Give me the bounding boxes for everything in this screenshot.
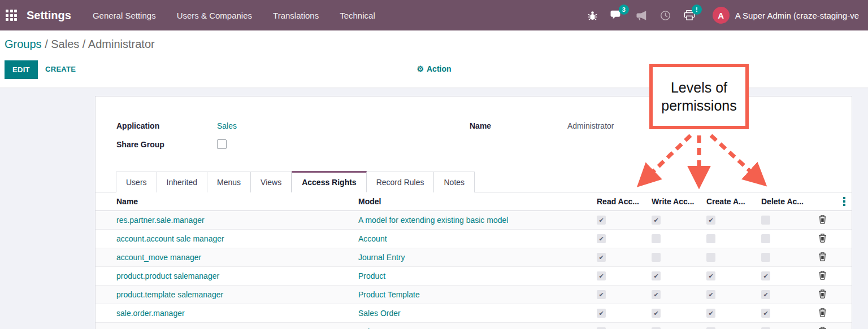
row-model-link[interactable]: Product bbox=[358, 271, 385, 280]
row-model-link[interactable]: Product Template bbox=[358, 290, 420, 299]
read-access-checkbox[interactable]: ✔ bbox=[597, 234, 606, 243]
nav-item-general-settings[interactable]: General Settings bbox=[93, 11, 156, 20]
delete-row-trash-icon[interactable] bbox=[818, 252, 827, 264]
row-name-link[interactable]: res.partner.sale.manager bbox=[116, 216, 205, 225]
delete-row-trash-icon[interactable] bbox=[818, 308, 827, 319]
write-access-checkbox[interactable]: ✔ bbox=[652, 309, 661, 318]
breadcrumb-trail: / Sales / Administrator bbox=[42, 38, 155, 50]
create-access-checkbox[interactable]: ✔ bbox=[706, 271, 715, 280]
group-form-card: Application Sales Share Group Name Admin… bbox=[95, 96, 852, 329]
systray: 3 ! A bbox=[575, 7, 859, 24]
read-access-checkbox[interactable]: ✔ bbox=[597, 290, 606, 299]
row-model-link[interactable]: Sales Order bbox=[358, 309, 401, 318]
name-value: Administrator bbox=[567, 121, 614, 130]
action-button[interactable]: ⚙ Action bbox=[416, 64, 451, 73]
table-row[interactable]: account.account sale managerAccount✔ bbox=[96, 230, 852, 248]
write-access-checkbox[interactable]: ✔ bbox=[652, 271, 661, 280]
delete-access-checkbox[interactable] bbox=[761, 253, 770, 262]
delete-row-trash-icon[interactable] bbox=[818, 270, 827, 282]
create-access-checkbox[interactable]: ✔ bbox=[706, 216, 715, 225]
row-name-link[interactable]: account.account sale manager bbox=[116, 234, 224, 243]
action-label: Action bbox=[427, 64, 452, 73]
share-group-checkbox[interactable] bbox=[217, 139, 227, 149]
table-row[interactable]: res.partner.sale.managerA model for exte… bbox=[96, 211, 852, 230]
col-header-delete[interactable]: Delete Ac... bbox=[753, 197, 808, 206]
breadcrumb: Groups / Sales / Administrator bbox=[5, 38, 155, 51]
col-header-name[interactable]: Name bbox=[96, 197, 358, 206]
notebook-tabs: UsersInheritedMenusViewsAccess RightsRec… bbox=[96, 171, 852, 192]
delete-access-checkbox[interactable]: ✔ bbox=[761, 309, 770, 318]
nav-item-technical[interactable]: Technical bbox=[340, 11, 375, 20]
col-header-create[interactable]: Create A... bbox=[698, 197, 753, 206]
delete-row-trash-icon[interactable] bbox=[818, 326, 827, 329]
create-access-checkbox[interactable] bbox=[706, 253, 715, 262]
tab-menus[interactable]: Menus bbox=[207, 172, 251, 192]
tab-views[interactable]: Views bbox=[251, 172, 292, 192]
col-header-model[interactable]: Model bbox=[358, 197, 588, 206]
gear-icon: ⚙ bbox=[416, 64, 424, 73]
create-access-checkbox[interactable] bbox=[706, 234, 715, 243]
delete-access-checkbox[interactable] bbox=[761, 216, 770, 225]
tab-inherited[interactable]: Inherited bbox=[157, 172, 207, 192]
tab-access-rights[interactable]: Access Rights bbox=[292, 171, 366, 192]
table-body: res.partner.sale.managerA model for exte… bbox=[96, 211, 852, 329]
delete-access-checkbox[interactable]: ✔ bbox=[761, 271, 770, 280]
page: Settings General SettingsUsers & Compani… bbox=[0, 0, 868, 329]
app-title[interactable]: Settings bbox=[27, 9, 71, 22]
row-model-link[interactable]: Account bbox=[358, 234, 387, 243]
create-access-checkbox[interactable]: ✔ bbox=[706, 290, 715, 299]
table-row[interactable]: product.product salemanagerProduct✔✔✔✔ bbox=[96, 267, 852, 286]
col-header-write[interactable]: Write Acc... bbox=[643, 197, 698, 206]
create-button[interactable]: CREATE bbox=[45, 65, 76, 73]
application-label: Application bbox=[116, 121, 159, 130]
table-row[interactable]: sale.order.managerSales Order✔✔✔✔ bbox=[96, 304, 852, 323]
name-label: Name bbox=[470, 121, 491, 130]
table-row[interactable]: account_move managerJournal Entry✔ bbox=[96, 248, 852, 267]
col-header-read[interactable]: Read Acc... bbox=[588, 197, 643, 206]
read-access-checkbox[interactable]: ✔ bbox=[597, 271, 606, 280]
delete-row-trash-icon[interactable] bbox=[818, 289, 827, 301]
tab-users[interactable]: Users bbox=[116, 172, 157, 192]
read-access-checkbox[interactable]: ✔ bbox=[597, 253, 606, 262]
nav-item-users-companies[interactable]: Users & Companies bbox=[177, 11, 252, 20]
share-group-label: Share Group bbox=[116, 140, 164, 149]
table-header-row: Name Model Read Acc... Write Acc... Crea… bbox=[96, 192, 852, 211]
delete-row-trash-icon[interactable] bbox=[818, 233, 827, 245]
table-row[interactable]: crm.team managerSales Team✔✔✔✔ bbox=[96, 323, 852, 329]
row-model-link[interactable]: A model for extending existing basic mod… bbox=[358, 216, 508, 225]
announcement-icon[interactable] bbox=[635, 10, 648, 21]
row-model-link[interactable]: Journal Entry bbox=[358, 253, 405, 262]
row-name-link[interactable]: product.product salemanager bbox=[116, 271, 219, 280]
table-row[interactable]: product.template salemanagerProduct Temp… bbox=[96, 286, 852, 304]
delete-access-checkbox[interactable]: ✔ bbox=[761, 290, 770, 299]
messages-icon[interactable]: 3 bbox=[610, 10, 623, 21]
optional-columns-icon[interactable] bbox=[843, 197, 845, 206]
delete-access-checkbox[interactable] bbox=[761, 234, 770, 243]
tab-notes[interactable]: Notes bbox=[434, 172, 475, 192]
write-access-checkbox[interactable]: ✔ bbox=[652, 290, 661, 299]
messages-badge: 3 bbox=[619, 5, 629, 15]
write-access-checkbox[interactable]: ✔ bbox=[652, 216, 661, 225]
bug-icon[interactable] bbox=[587, 10, 598, 21]
activities-clock-icon[interactable] bbox=[660, 10, 671, 21]
breadcrumb-groups-link[interactable]: Groups bbox=[5, 38, 42, 50]
write-access-checkbox[interactable] bbox=[652, 253, 661, 262]
edit-button[interactable]: EDIT bbox=[5, 60, 38, 79]
create-access-checkbox[interactable]: ✔ bbox=[706, 309, 715, 318]
tab-record-rules[interactable]: Record Rules bbox=[367, 172, 435, 192]
row-name-link[interactable]: product.template salemanager bbox=[116, 290, 223, 299]
apps-grid-icon[interactable] bbox=[6, 10, 17, 21]
nav-menu: General SettingsUsers & CompaniesTransla… bbox=[93, 11, 396, 20]
nav-item-translations[interactable]: Translations bbox=[273, 11, 319, 20]
printer-icon[interactable]: ! bbox=[683, 10, 696, 21]
top-navbar: Settings General SettingsUsers & Compani… bbox=[0, 0, 868, 30]
delete-row-trash-icon[interactable] bbox=[818, 214, 827, 226]
write-access-checkbox[interactable] bbox=[652, 234, 661, 243]
read-access-checkbox[interactable]: ✔ bbox=[597, 216, 606, 225]
row-name-link[interactable]: sale.order.manager bbox=[116, 309, 185, 318]
user-avatar[interactable]: A bbox=[713, 7, 730, 24]
user-name[interactable]: A Super Admin (craze-staging-ve bbox=[735, 11, 859, 20]
row-name-link[interactable]: account_move manager bbox=[116, 253, 201, 262]
read-access-checkbox[interactable]: ✔ bbox=[597, 309, 606, 318]
application-value-link[interactable]: Sales bbox=[217, 121, 237, 130]
